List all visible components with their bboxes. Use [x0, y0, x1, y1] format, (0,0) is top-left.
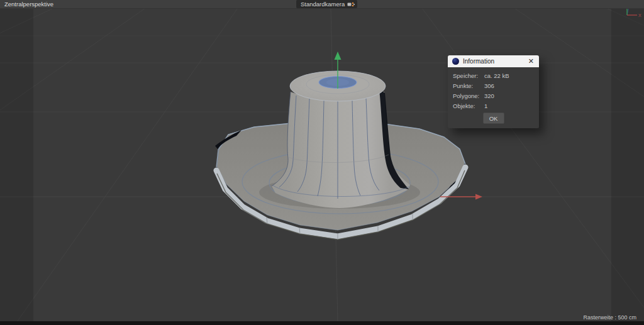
- dialog-body: Speicher: ca. 22 kB Punkte: 306 Polygone…: [448, 67, 539, 128]
- row-label: Objekte:: [453, 102, 484, 109]
- camera-selector-chip[interactable]: Standardkamera: [296, 0, 357, 8]
- viewport-header-bar: Zentralperspektive Standardkamera: [0, 0, 644, 9]
- grid-size-status: Rasterweite : 500 cm: [583, 314, 636, 321]
- app-logo-icon: [452, 58, 459, 65]
- info-row-speicher: Speicher: ca. 22 kB: [453, 72, 534, 79]
- close-icon[interactable]: ✕: [527, 57, 535, 65]
- info-row-objekte: Objekte: 1: [453, 102, 534, 109]
- ok-button[interactable]: OK: [483, 113, 504, 124]
- view-menu-label[interactable]: Zentralperspektive: [4, 1, 53, 8]
- row-label: Speicher:: [453, 72, 484, 79]
- 3d-viewport-canvas[interactable]: Y X: [0, 0, 644, 325]
- viewport-window: Y X Zentralperspektive Standardkamera Ra…: [0, 0, 644, 325]
- row-value: 1: [484, 102, 487, 109]
- bottom-edge-bar: [0, 321, 644, 325]
- info-row-punkte: Punkte: 306: [453, 82, 534, 89]
- row-value: ca. 22 kB: [484, 72, 509, 79]
- dialog-title: Information: [463, 58, 527, 65]
- dialog-title-bar[interactable]: Information ✕: [448, 55, 539, 67]
- info-row-polygone: Polygone: 320: [453, 92, 534, 99]
- row-label: Punkte:: [453, 82, 484, 89]
- row-value: 306: [484, 82, 494, 89]
- gizmo-x-label: X: [638, 13, 641, 18]
- row-value: 320: [484, 92, 494, 99]
- information-dialog: Information ✕ Speicher: ca. 22 kB Punkte…: [448, 55, 539, 128]
- camera-icon: [347, 1, 355, 8]
- camera-name-label: Standardkamera: [301, 1, 345, 8]
- row-label: Polygone:: [453, 92, 484, 99]
